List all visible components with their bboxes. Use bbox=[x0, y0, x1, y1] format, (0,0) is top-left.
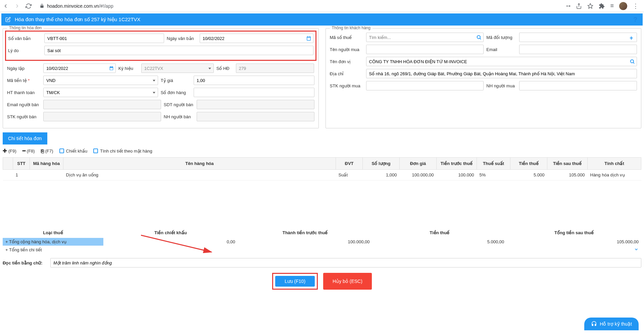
col-unit: ĐVT bbox=[336, 158, 363, 170]
doc-date-label: Ngày văn bản bbox=[167, 36, 197, 41]
lock-icon bbox=[40, 4, 44, 8]
currency-label: Mã tiền tệ bbox=[7, 78, 41, 83]
serial-select[interactable] bbox=[141, 64, 214, 73]
tax-label: Mã số thuế bbox=[330, 35, 363, 40]
summary-total-detail[interactable]: + Tổng tiền chi tiết bbox=[0, 246, 644, 254]
detail-table: STT Mã hàng hóa Tên hàng hóa ĐVT Số lượn… bbox=[3, 157, 641, 180]
cell-blank bbox=[3, 170, 13, 180]
inv-no-label: Số HĐ bbox=[216, 66, 233, 71]
col-code: Mã hàng hóa bbox=[30, 158, 63, 170]
summary-header: Loại thuế Tiền chiết khấu Thành tiền trư… bbox=[0, 227, 644, 238]
doc-no-label: Số văn bản bbox=[8, 36, 42, 41]
buyer-name-input[interactable] bbox=[366, 45, 484, 54]
buyer-name-label: Tên người mua bbox=[330, 47, 363, 52]
rate-label: Tỷ giá bbox=[161, 78, 191, 83]
reason-input[interactable] bbox=[44, 46, 313, 55]
email-input[interactable] bbox=[519, 45, 637, 54]
add-row-button[interactable]: ✚(F9) bbox=[3, 148, 16, 154]
col-pretax: Tiền trước thuế bbox=[437, 158, 477, 170]
buyer-acc-input[interactable] bbox=[366, 81, 484, 90]
buyer-bank-label: NH người mua bbox=[486, 83, 516, 88]
discount-checkbox[interactable]: Chiết khấu bbox=[59, 149, 88, 154]
doc-no-input[interactable] bbox=[44, 34, 164, 43]
pay-method-select[interactable] bbox=[43, 88, 158, 97]
rate-input[interactable] bbox=[194, 76, 314, 85]
buyer-bank-input[interactable] bbox=[519, 81, 637, 90]
partner-code-input[interactable] bbox=[519, 33, 637, 42]
forward-icon[interactable] bbox=[14, 3, 20, 9]
edit-icon bbox=[5, 17, 11, 22]
sum-discount: 0,00 bbox=[103, 238, 238, 246]
copy-row-button[interactable]: ⎘(F7) bbox=[41, 148, 53, 154]
company-label: Tên đơn vị bbox=[330, 59, 363, 64]
copy-icon: ⎘ bbox=[41, 148, 44, 154]
svg-marker-0 bbox=[588, 3, 593, 8]
tab-detail[interactable]: Chi tiết hóa đơn bbox=[3, 132, 47, 144]
save-button[interactable]: Lưu (F10) bbox=[275, 276, 315, 287]
cell-taxrate[interactable]: 5% bbox=[477, 170, 510, 180]
cell-pretax[interactable]: 100.000 bbox=[437, 170, 477, 180]
key-icon[interactable]: ⊶ bbox=[566, 3, 571, 8]
cell-name[interactable]: Dịch vụ ăn uống bbox=[63, 170, 336, 180]
words-input[interactable] bbox=[50, 258, 641, 267]
invoice-legend: Thông tin hóa đơn bbox=[7, 26, 44, 30]
order-no-input[interactable] bbox=[194, 88, 314, 97]
sum-pretax: 100.000,00 bbox=[238, 238, 373, 246]
col-price: Đơn giá bbox=[400, 158, 437, 170]
seller-acc-label: STK người bán bbox=[7, 114, 41, 119]
issue-date-label: Ngày lập bbox=[7, 66, 41, 71]
reload-icon[interactable] bbox=[26, 3, 32, 9]
col-blank bbox=[3, 158, 13, 170]
company-input[interactable] bbox=[366, 57, 637, 66]
back-icon[interactable] bbox=[3, 3, 9, 9]
cell-posttax[interactable]: 105.000 bbox=[547, 170, 588, 180]
col-nature: Tính chất bbox=[588, 158, 641, 170]
menu-icon[interactable]: ⋮ bbox=[633, 2, 639, 10]
sum-detail-label: + Tổng tiền chi tiết bbox=[3, 246, 103, 254]
customer-info-fieldset: Thông tin khách hàng Mã số thuế Mã đối t… bbox=[326, 28, 642, 128]
minus-icon: ━ bbox=[22, 148, 26, 154]
page-header: Hóa đơn thay thế cho hóa đơn số 257 ký h… bbox=[1, 13, 643, 26]
table-header-row: STT Mã hàng hóa Tên hàng hóa ĐVT Số lượn… bbox=[3, 158, 641, 170]
cell-code[interactable] bbox=[30, 170, 63, 180]
cell-nature[interactable]: Hàng hóa dịch vụ bbox=[588, 170, 641, 180]
seller-email-input bbox=[43, 100, 161, 109]
summary-total-goods[interactable]: + Tổng cộng hàng hóa, dịch vụ 0,00 100.0… bbox=[0, 238, 644, 246]
chevron-down-icon[interactable] bbox=[507, 246, 641, 254]
col-taxrate: Thuế suất bbox=[477, 158, 510, 170]
amount-words-row: Đọc tiền bằng chữ: bbox=[0, 254, 644, 272]
table-row[interactable]: 1 Dịch vụ ăn uống Suất 1,000 100.000,00 … bbox=[3, 170, 641, 180]
tax-input[interactable] bbox=[366, 33, 484, 42]
cell-tax[interactable]: 5.000 bbox=[510, 170, 547, 180]
help-icon[interactable]: ? bbox=[632, 16, 639, 23]
col-stt: STT bbox=[13, 158, 30, 170]
inv-no-input bbox=[236, 64, 314, 73]
issue-date-input[interactable] bbox=[43, 64, 116, 73]
col-posttax: Tiền sau thuế bbox=[547, 158, 588, 170]
address-input[interactable] bbox=[366, 69, 637, 78]
col-tax: Tiền thuế bbox=[510, 158, 547, 170]
extension-icon[interactable] bbox=[599, 3, 605, 9]
url-bar[interactable]: hoadon.minvoice.com.vn/#!/app bbox=[36, 3, 562, 9]
customer-legend: Thông tin khách hàng bbox=[330, 26, 373, 30]
profile-avatar[interactable] bbox=[619, 2, 627, 10]
cell-qty[interactable]: 1,000 bbox=[363, 170, 400, 180]
cell-price[interactable]: 100.000,00 bbox=[400, 170, 437, 180]
remove-row-button[interactable]: ━(F8) bbox=[22, 148, 35, 154]
list-icon[interactable]: ≡ bbox=[610, 2, 614, 9]
currency-select[interactable] bbox=[43, 76, 158, 85]
sum-h-taxtype: Loại thuế bbox=[3, 227, 103, 238]
cell-stt[interactable]: 1 bbox=[13, 170, 30, 180]
cell-unit[interactable]: Suất bbox=[336, 170, 363, 180]
seller-phone-label: SDT người bán bbox=[164, 102, 194, 107]
url-text: hoadon.minvoice.com.vn/#!/app bbox=[47, 3, 113, 9]
star-icon[interactable] bbox=[587, 3, 593, 9]
highlight-box-2: Lưu (F10) bbox=[272, 273, 318, 290]
sum-posttax: 105.000,00 bbox=[507, 238, 641, 246]
detail-by-item-checkbox[interactable]: Tính chi tiết theo mặt hàng bbox=[93, 149, 152, 154]
share-icon[interactable] bbox=[576, 3, 582, 9]
doc-date-input[interactable] bbox=[200, 34, 313, 43]
sum-h-discount: Tiền chiết khấu bbox=[103, 227, 238, 238]
cancel-button[interactable]: Hủy bỏ (ESC) bbox=[323, 273, 372, 290]
col-name: Tên hàng hóa bbox=[63, 158, 336, 170]
